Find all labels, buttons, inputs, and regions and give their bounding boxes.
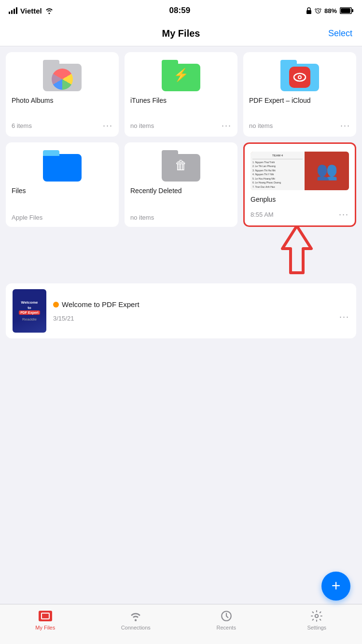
battery-icon xyxy=(340,7,353,14)
item-footer: no items ··· xyxy=(130,121,232,131)
tab-my-files[interactable]: My Files xyxy=(0,609,91,630)
item-label-itunes: iTunes Files xyxy=(130,96,232,105)
folder-files-icon xyxy=(43,150,82,182)
svg-point-7 xyxy=(299,76,301,78)
grid-item-genplus[interactable]: TEAM 4 1. Nguyen Thai Trinh 2. Le Thi La… xyxy=(243,142,356,227)
tab-bar: My Files Connections Recents Settings xyxy=(0,604,362,644)
tab-recents[interactable]: Recents xyxy=(181,609,272,630)
battery-label: 88% xyxy=(324,7,337,14)
grid-item-photo-albums[interactable]: Photo Albums 6 items ··· xyxy=(6,52,119,137)
more-menu-genplus[interactable]: ··· xyxy=(339,210,349,220)
folder-trash-icon: 🗑 xyxy=(162,150,200,182)
item-sub-genplus: 8:55 AM xyxy=(251,211,274,218)
svg-rect-3 xyxy=(352,9,353,12)
pdf-eye-icon xyxy=(292,70,307,85)
arrow-up-icon xyxy=(270,222,323,278)
status-left: Viettel xyxy=(9,7,54,15)
folder-icon-wrap: ⚡ xyxy=(130,60,232,91)
item-footer: 8:55 AM ··· xyxy=(251,210,349,220)
grid-item-files[interactable]: Files Apple Files xyxy=(6,142,119,227)
folder-icon-wrap: 🗑 xyxy=(130,150,232,182)
genplus-photo-side: 👥 xyxy=(305,152,349,190)
tab-myfiles-label: My Files xyxy=(35,625,55,630)
folder-blue-pdf-icon xyxy=(280,60,319,91)
welcome-thumbnail: Welcometo PDF Expert Readdle xyxy=(13,289,46,333)
item-label-recently-deleted: Recently Deleted xyxy=(130,186,232,195)
wifi-icon xyxy=(45,7,54,14)
genplus-thumbnail: TEAM 4 1. Nguyen Thai Trinh 2. Le Thi La… xyxy=(251,152,349,190)
gear-icon xyxy=(310,610,323,622)
folder-icon-wrap xyxy=(12,60,113,91)
list-item-footer: 3/15/21 ··· xyxy=(53,312,349,322)
svg-rect-0 xyxy=(306,10,311,14)
svg-point-10 xyxy=(315,615,319,618)
grid-item-itunes-files[interactable]: ⚡ iTunes Files no items ··· xyxy=(125,52,237,137)
folder-icon-wrap xyxy=(249,60,350,91)
more-menu-photo-albums[interactable]: ··· xyxy=(103,121,113,131)
status-right: 88% xyxy=(306,7,353,14)
orange-dot-icon xyxy=(53,302,59,308)
item-sub-itunes: no items xyxy=(130,122,154,129)
item-footer: 6 items ··· xyxy=(12,121,113,131)
tab-connections[interactable]: Connections xyxy=(91,609,181,630)
tab-recents-label: Recents xyxy=(217,625,236,630)
status-bar: Viettel 08:59 88% xyxy=(0,0,362,21)
grid-item-recently-deleted[interactable]: 🗑 Recently Deleted no items xyxy=(125,142,237,227)
lock-icon xyxy=(306,7,312,14)
more-menu-itunes[interactable]: ··· xyxy=(222,121,232,131)
plus-icon: + xyxy=(332,578,341,593)
list-item-title-text: Welcome to PDF Expert xyxy=(62,300,139,309)
folder-icon-wrap xyxy=(12,150,113,182)
genplus-list-side: TEAM 4 1. Nguyen Thai Trinh 2. Le Thi La… xyxy=(251,152,305,190)
tab-settings-label: Settings xyxy=(307,625,326,630)
item-footer: no items xyxy=(130,214,232,221)
item-label-photo-albums: Photo Albums xyxy=(12,96,113,105)
status-time: 08:59 xyxy=(169,6,190,15)
item-sub-pdf-expert: no items xyxy=(249,122,273,129)
photo-colorwheel-icon xyxy=(52,69,73,90)
select-button[interactable]: Select xyxy=(328,28,352,39)
tab-settings-icon xyxy=(310,609,323,623)
item-sub-files: Apple Files xyxy=(12,214,42,221)
arrow-annotation xyxy=(0,222,362,278)
myfiles-folder-icon xyxy=(39,611,52,621)
pdf-expert-logo xyxy=(289,67,310,88)
svg-marker-8 xyxy=(282,226,311,273)
grid-item-pdf-expert[interactable]: PDF Expert – iCloud no items ··· xyxy=(243,52,356,137)
tab-connections-icon xyxy=(129,609,142,623)
tab-settings[interactable]: Settings xyxy=(272,609,362,630)
item-sub-recently-deleted: no items xyxy=(130,214,154,221)
svg-rect-4 xyxy=(341,8,350,13)
folder-photos-icon xyxy=(43,60,82,91)
list-item-welcome-pdf[interactable]: Welcometo PDF Expert Readdle Welcome to … xyxy=(6,283,356,338)
files-grid: Photo Albums 6 items ··· ⚡ iTunes Files … xyxy=(0,46,362,227)
clock-icon xyxy=(220,610,233,622)
connections-wifi-icon xyxy=(129,610,142,622)
item-label-files: Files xyxy=(12,186,113,195)
item-label-pdf-expert: PDF Expert – iCloud xyxy=(249,96,350,105)
list-item-info: Welcome to PDF Expert 3/15/21 ··· xyxy=(53,300,349,322)
add-button[interactable]: + xyxy=(321,572,350,601)
list-item-date: 3/15/21 xyxy=(53,315,74,322)
tab-connections-label: Connections xyxy=(121,625,151,630)
tab-myfiles-icon xyxy=(39,609,52,623)
more-menu-welcome-pdf[interactable]: ··· xyxy=(339,312,349,322)
folder-green-icon: ⚡ xyxy=(162,60,200,91)
item-label-genplus: Genplus xyxy=(251,195,349,204)
header: My Files Select xyxy=(0,21,362,46)
signal-icon xyxy=(9,7,17,14)
itunes-bolt-icon: ⚡ xyxy=(173,69,189,81)
item-footer: no items ··· xyxy=(249,121,350,131)
alarm-icon xyxy=(315,7,321,14)
tab-recents-icon xyxy=(220,609,233,623)
trash-icon: 🗑 xyxy=(175,158,187,173)
item-footer: Apple Files xyxy=(12,214,113,221)
list-item-title: Welcome to PDF Expert xyxy=(53,300,349,309)
carrier-label: Viettel xyxy=(20,7,42,15)
more-menu-pdf-expert[interactable]: ··· xyxy=(340,121,350,131)
page-title: My Files xyxy=(162,28,200,39)
item-sub-photo-albums: 6 items xyxy=(12,122,32,129)
